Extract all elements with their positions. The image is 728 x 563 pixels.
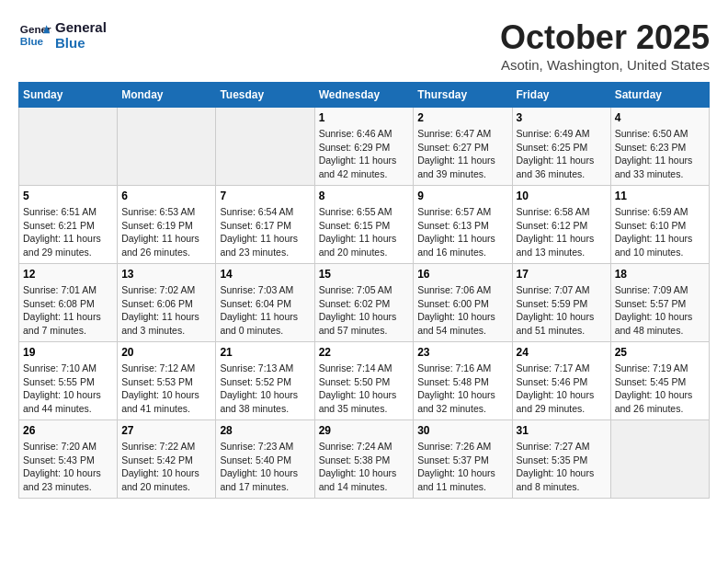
calendar-cell: 16Sunrise: 7:06 AM Sunset: 6:00 PM Dayli… — [414, 264, 512, 342]
day-number: 14 — [220, 268, 310, 281]
day-number: 12 — [23, 268, 113, 281]
day-number: 10 — [517, 190, 607, 202]
day-number: 29 — [319, 424, 410, 437]
logo: General Blue General Blue — [18, 18, 107, 52]
calendar-cell — [610, 420, 709, 499]
cell-content: Sunrise: 7:26 AM Sunset: 5:37 PM Dayligh… — [417, 440, 507, 494]
day-number: 3 — [517, 111, 607, 124]
cell-content: Sunrise: 6:53 AM Sunset: 6:19 PM Dayligh… — [121, 205, 211, 259]
day-number: 30 — [417, 424, 507, 437]
cell-content: Sunrise: 6:57 AM Sunset: 6:13 PM Dayligh… — [417, 205, 507, 259]
week-row-3: 12Sunrise: 7:01 AM Sunset: 6:08 PM Dayli… — [19, 264, 710, 342]
calendar-cell: 18Sunrise: 7:09 AM Sunset: 5:57 PM Dayli… — [610, 264, 709, 342]
cell-content: Sunrise: 7:13 AM Sunset: 5:52 PM Dayligh… — [220, 362, 310, 416]
calendar-table: SundayMondayTuesdayWednesdayThursdayFrid… — [18, 82, 710, 499]
calendar-cell: 15Sunrise: 7:05 AM Sunset: 6:02 PM Dayli… — [314, 264, 414, 342]
calendar-cell: 23Sunrise: 7:16 AM Sunset: 5:48 PM Dayli… — [414, 342, 512, 420]
calendar-cell: 10Sunrise: 6:58 AM Sunset: 6:12 PM Dayli… — [512, 186, 610, 264]
calendar-cell: 19Sunrise: 7:10 AM Sunset: 5:55 PM Dayli… — [19, 342, 118, 420]
cell-content: Sunrise: 7:01 AM Sunset: 6:08 PM Dayligh… — [23, 283, 113, 338]
calendar-cell: 31Sunrise: 7:27 AM Sunset: 5:35 PM Dayli… — [512, 420, 610, 499]
calendar-cell: 8Sunrise: 6:55 AM Sunset: 6:15 PM Daylig… — [314, 186, 414, 264]
week-row-4: 19Sunrise: 7:10 AM Sunset: 5:55 PM Dayli… — [19, 342, 710, 420]
cell-content: Sunrise: 7:22 AM Sunset: 5:42 PM Dayligh… — [121, 440, 211, 494]
col-header-thursday: Thursday — [414, 83, 512, 108]
cell-content: Sunrise: 7:20 AM Sunset: 5:43 PM Dayligh… — [23, 440, 113, 494]
cell-content: Sunrise: 7:09 AM Sunset: 5:57 PM Dayligh… — [615, 283, 705, 338]
calendar-cell: 27Sunrise: 7:22 AM Sunset: 5:42 PM Dayli… — [118, 420, 216, 499]
col-header-friday: Friday — [512, 83, 610, 108]
col-header-wednesday: Wednesday — [314, 83, 414, 108]
calendar-cell: 9Sunrise: 6:57 AM Sunset: 6:13 PM Daylig… — [414, 186, 512, 264]
calendar-cell: 7Sunrise: 6:54 AM Sunset: 6:17 PM Daylig… — [216, 186, 314, 264]
calendar-cell: 12Sunrise: 7:01 AM Sunset: 6:08 PM Dayli… — [19, 264, 118, 342]
day-number: 21 — [220, 346, 310, 359]
day-number: 11 — [615, 190, 705, 202]
calendar-cell — [216, 108, 314, 186]
day-number: 16 — [417, 268, 507, 281]
title-block: October 2025 Asotin, Washington, United … — [500, 18, 710, 73]
col-header-tuesday: Tuesday — [216, 83, 314, 108]
cell-content: Sunrise: 7:24 AM Sunset: 5:38 PM Dayligh… — [319, 440, 410, 494]
day-number: 8 — [319, 190, 410, 202]
calendar-cell: 24Sunrise: 7:17 AM Sunset: 5:46 PM Dayli… — [512, 342, 610, 420]
svg-text:Blue: Blue — [20, 35, 44, 47]
cell-content: Sunrise: 7:12 AM Sunset: 5:53 PM Dayligh… — [121, 362, 211, 416]
day-number: 20 — [121, 346, 211, 359]
day-number: 19 — [23, 346, 113, 359]
day-number: 31 — [517, 424, 607, 437]
cell-content: Sunrise: 6:54 AM Sunset: 6:17 PM Dayligh… — [220, 205, 310, 259]
calendar-cell: 11Sunrise: 6:59 AM Sunset: 6:10 PM Dayli… — [610, 186, 709, 264]
logo-text: General Blue — [55, 19, 107, 51]
calendar-cell — [118, 108, 216, 186]
calendar-cell: 3Sunrise: 6:49 AM Sunset: 6:25 PM Daylig… — [512, 108, 610, 186]
cell-content: Sunrise: 7:19 AM Sunset: 5:45 PM Dayligh… — [615, 362, 705, 416]
day-number: 1 — [319, 111, 410, 124]
col-header-sunday: Sunday — [19, 83, 118, 108]
page-header: General Blue General Blue October 2025 A… — [18, 18, 710, 73]
day-number: 7 — [220, 190, 310, 202]
day-number: 9 — [417, 190, 507, 202]
day-number: 27 — [121, 424, 211, 437]
cell-content: Sunrise: 7:14 AM Sunset: 5:50 PM Dayligh… — [319, 362, 410, 416]
cell-content: Sunrise: 6:59 AM Sunset: 6:10 PM Dayligh… — [615, 205, 705, 259]
cell-content: Sunrise: 7:03 AM Sunset: 6:04 PM Dayligh… — [220, 283, 310, 338]
calendar-cell: 6Sunrise: 6:53 AM Sunset: 6:19 PM Daylig… — [118, 186, 216, 264]
calendar-cell: 25Sunrise: 7:19 AM Sunset: 5:45 PM Dayli… — [610, 342, 709, 420]
cell-content: Sunrise: 6:55 AM Sunset: 6:15 PM Dayligh… — [319, 205, 410, 259]
cell-content: Sunrise: 7:27 AM Sunset: 5:35 PM Dayligh… — [517, 440, 607, 494]
calendar-cell: 20Sunrise: 7:12 AM Sunset: 5:53 PM Dayli… — [118, 342, 216, 420]
day-number: 4 — [615, 111, 705, 124]
calendar-cell — [19, 108, 118, 186]
day-number: 25 — [615, 346, 705, 359]
month-title: October 2025 — [500, 18, 710, 57]
calendar-cell: 5Sunrise: 6:51 AM Sunset: 6:21 PM Daylig… — [19, 186, 118, 264]
col-header-saturday: Saturday — [610, 83, 709, 108]
cell-content: Sunrise: 6:51 AM Sunset: 6:21 PM Dayligh… — [23, 205, 113, 259]
week-row-1: 1Sunrise: 6:46 AM Sunset: 6:29 PM Daylig… — [19, 108, 710, 186]
week-row-2: 5Sunrise: 6:51 AM Sunset: 6:21 PM Daylig… — [19, 186, 710, 264]
logo-icon: General Blue — [18, 18, 51, 52]
calendar-cell: 4Sunrise: 6:50 AM Sunset: 6:23 PM Daylig… — [610, 108, 709, 186]
calendar-cell: 30Sunrise: 7:26 AM Sunset: 5:37 PM Dayli… — [414, 420, 512, 499]
calendar-cell: 14Sunrise: 7:03 AM Sunset: 6:04 PM Dayli… — [216, 264, 314, 342]
cell-content: Sunrise: 7:02 AM Sunset: 6:06 PM Dayligh… — [121, 283, 211, 338]
col-header-monday: Monday — [118, 83, 216, 108]
cell-content: Sunrise: 7:23 AM Sunset: 5:40 PM Dayligh… — [220, 440, 310, 494]
cell-content: Sunrise: 7:07 AM Sunset: 5:59 PM Dayligh… — [517, 283, 607, 338]
day-number: 22 — [319, 346, 410, 359]
calendar-cell: 2Sunrise: 6:47 AM Sunset: 6:27 PM Daylig… — [414, 108, 512, 186]
calendar-cell: 17Sunrise: 7:07 AM Sunset: 5:59 PM Dayli… — [512, 264, 610, 342]
cell-content: Sunrise: 6:49 AM Sunset: 6:25 PM Dayligh… — [517, 127, 607, 181]
day-number: 26 — [23, 424, 113, 437]
cell-content: Sunrise: 7:16 AM Sunset: 5:48 PM Dayligh… — [417, 362, 507, 416]
cell-content: Sunrise: 6:46 AM Sunset: 6:29 PM Dayligh… — [319, 127, 410, 181]
day-number: 2 — [417, 111, 507, 124]
day-number: 24 — [517, 346, 607, 359]
calendar-cell: 1Sunrise: 6:46 AM Sunset: 6:29 PM Daylig… — [314, 108, 414, 186]
day-number: 13 — [121, 268, 211, 281]
day-number: 28 — [220, 424, 310, 437]
cell-content: Sunrise: 6:58 AM Sunset: 6:12 PM Dayligh… — [517, 205, 607, 259]
day-number: 17 — [517, 268, 607, 281]
header-row: SundayMondayTuesdayWednesdayThursdayFrid… — [19, 83, 710, 108]
